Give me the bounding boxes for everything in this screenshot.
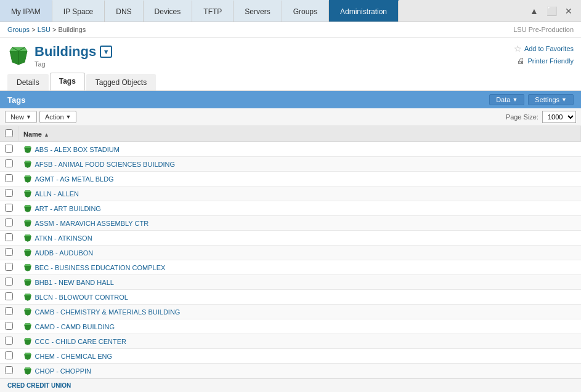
row-checkbox[interactable] [5, 248, 13, 256]
breadcrumb-lsu[interactable]: LSU [38, 26, 51, 33]
row-name-link[interactable]: BHB1 - NEW BAND HALL [23, 278, 576, 287]
tab-details[interactable]: Details [7, 74, 49, 90]
tab-groups[interactable]: Groups [282, 0, 329, 22]
row-name-text: ART - ART BUILDING [35, 205, 101, 212]
title-badge[interactable]: ▼ [100, 46, 112, 58]
row-name-link[interactable]: ASSM - MARAVICH ASSEMBLY CTR [23, 219, 576, 228]
row-checkbox[interactable] [5, 159, 13, 167]
row-checkbox[interactable] [5, 263, 13, 271]
printer-friendly-link[interactable]: 🖨 Printer Friendly [517, 56, 574, 65]
row-checkbox[interactable] [5, 233, 13, 241]
row-name-link[interactable]: CHOP - CHOPPIN [23, 367, 576, 375]
row-name-link[interactable]: AUDB - AUDUBON [23, 249, 576, 257]
sort-arrow-name: ▲ [44, 132, 49, 138]
row-checkbox[interactable] [5, 366, 13, 374]
svg-marker-40 [24, 308, 31, 310]
nav-spacer [399, 0, 522, 22]
nav-icon-up[interactable]: ▲ [527, 4, 542, 18]
data-caret: ▼ [512, 97, 518, 103]
nav-icon-group: ▲ ⬜ ✕ [522, 0, 581, 22]
row-checkbox[interactable] [5, 189, 13, 197]
tab-servers[interactable]: Servers [234, 0, 282, 22]
svg-marker-1 [10, 47, 27, 51]
tag-icon [23, 278, 32, 287]
row-checkbox[interactable] [5, 204, 13, 212]
row-checkbox-cell [0, 305, 18, 319]
new-button[interactable]: New ▼ [5, 111, 37, 123]
row-name-link[interactable]: ALLN - ALLEN [23, 190, 576, 198]
tab-tags[interactable]: Tags [50, 73, 85, 90]
row-checkbox[interactable] [5, 218, 13, 226]
row-checkbox-cell [0, 349, 18, 364]
page-size-label: Page Size: [506, 113, 538, 121]
row-checkbox-cell [0, 364, 18, 378]
row-checkbox[interactable] [5, 292, 13, 300]
row-name-cell: BEC - BUSINESS EDUCATION COMPLEX [18, 260, 581, 275]
row-checkbox[interactable] [5, 337, 13, 345]
svg-marker-41 [24, 310, 31, 315]
star-icon: ☆ [514, 44, 522, 54]
row-checkbox-cell [0, 186, 18, 201]
row-checkbox[interactable] [5, 278, 13, 286]
tab-devices[interactable]: Devices [144, 0, 193, 22]
svg-marker-47 [24, 339, 31, 345]
row-name-link[interactable]: CHEM - CHEMICAL ENG [23, 352, 576, 361]
svg-marker-52 [24, 367, 31, 369]
row-checkbox[interactable] [5, 307, 13, 315]
row-checkbox-cell [0, 231, 18, 246]
svg-marker-43 [24, 323, 31, 324]
row-name-link[interactable]: AFSB - ANIMAL FOOD SCIENCES BUILDING [23, 160, 576, 169]
table-row: ART - ART BUILDING [0, 201, 581, 216]
page-size-select[interactable]: 10 25 50 100 250 1000 [542, 111, 576, 123]
svg-marker-10 [24, 161, 31, 162]
tags-section-title: Tags [7, 95, 25, 105]
row-name-text: CCC - CHILD CARE CENTER [35, 338, 127, 345]
env-label: LSU Pre-Production [513, 26, 574, 33]
add-to-favorites-link[interactable]: ☆ Add to Favorites [514, 44, 574, 54]
select-all-checkbox[interactable] [5, 129, 13, 137]
svg-marker-31 [24, 264, 31, 265]
footer: CRED CREDIT UNION [0, 378, 581, 392]
row-name-link[interactable]: BEC - BUSINESS EDUCATION COMPLEX [23, 263, 576, 272]
table-toolbar: New ▼ Action ▼ Page Size: 10 25 50 100 2… [0, 108, 581, 126]
row-name-text: CAMD - CAMD BUILDING [35, 323, 115, 330]
row-name-link[interactable]: CAMB - CHEMISTRY & MATERIALS BUILDING [23, 308, 576, 316]
row-checkbox[interactable] [5, 351, 13, 359]
tag-icon [23, 249, 32, 257]
nav-icon-close[interactable]: ✕ [561, 4, 576, 18]
data-button[interactable]: Data ▼ [489, 94, 524, 105]
header-name-col[interactable]: Name ▲ [18, 126, 581, 142]
row-checkbox-cell [0, 319, 18, 334]
tab-tftp[interactable]: TFTP [192, 0, 234, 22]
row-name-link[interactable]: AGMT - AG METAL BLDG [23, 175, 576, 183]
row-checkbox-cell [0, 142, 18, 157]
page-header: Buildings ▼ Tag ☆ Add to Favorites 🖨 Pri… [0, 38, 581, 71]
svg-marker-37 [24, 294, 31, 295]
tab-ip-space[interactable]: IP Space [52, 0, 105, 22]
row-name-link[interactable]: CCC - CHILD CARE CENTER [23, 337, 576, 346]
tab-dns[interactable]: DNS [105, 0, 143, 22]
row-name-link[interactable]: ABS - ALEX BOX STADIUM [23, 145, 576, 154]
row-checkbox[interactable] [5, 145, 13, 153]
table-row: CAMD - CAMD BUILDING [0, 319, 581, 334]
row-name-cell: CHEM - CHEMICAL ENG [18, 349, 581, 364]
table-row: CCC - CHILD CARE CENTER [0, 334, 581, 349]
row-name-link[interactable]: ATKN - ATKINSON [23, 234, 576, 242]
svg-marker-25 [24, 234, 31, 236]
breadcrumb-groups[interactable]: Groups [7, 26, 30, 33]
table-row: CAMB - CHEMISTRY & MATERIALS BUILDING [0, 305, 581, 319]
row-name-text: AUDB - AUDUBON [35, 249, 94, 257]
settings-button[interactable]: Settings ▼ [528, 94, 574, 105]
tab-my-ipam[interactable]: My IPAM [0, 0, 52, 22]
row-checkbox[interactable] [5, 174, 13, 182]
page-title-area: Buildings ▼ Tag [7, 44, 112, 68]
row-name-link[interactable]: CAMD - CAMD BUILDING [23, 322, 576, 331]
row-name-cell: BLCN - BLOWOUT CONTROL [18, 290, 581, 305]
tab-tagged-objects[interactable]: Tagged Objects [86, 74, 156, 90]
tab-administration[interactable]: Administration [329, 0, 399, 22]
row-checkbox[interactable] [5, 322, 13, 330]
row-name-link[interactable]: BLCN - BLOWOUT CONTROL [23, 293, 576, 302]
nav-icon-window[interactable]: ⬜ [544, 4, 559, 18]
row-name-link[interactable]: ART - ART BUILDING [23, 204, 576, 213]
action-button[interactable]: Action ▼ [39, 111, 77, 123]
